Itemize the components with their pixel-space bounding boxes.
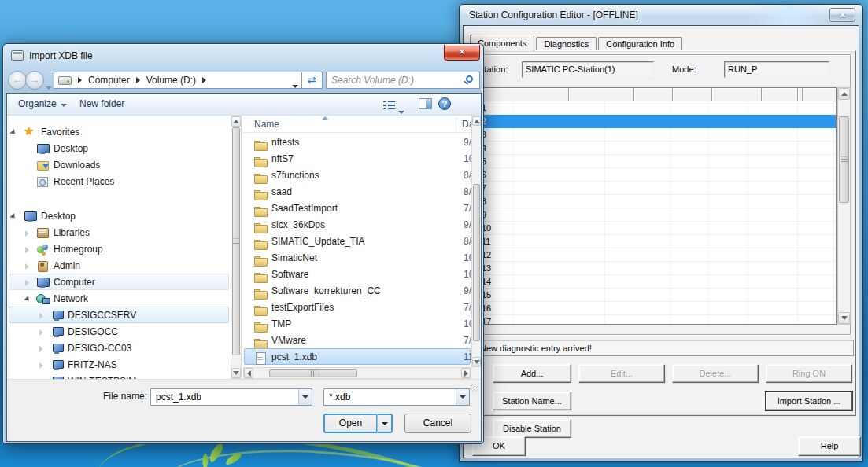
scrollbar-thumb[interactable]: [473, 184, 480, 341]
expander-icon[interactable]: [24, 145, 31, 153]
expander-icon[interactable]: [38, 362, 46, 370]
help-button[interactable]: Help: [798, 436, 861, 456]
cancel-button[interactable]: Cancel: [404, 414, 471, 433]
table-row[interactable]: 7: [477, 182, 836, 195]
scroll-down-button[interactable]: [231, 368, 241, 378]
scroll-right-button[interactable]: [461, 368, 471, 378]
date-column-header[interactable]: Da: [462, 119, 471, 130]
expander-icon[interactable]: [38, 329, 46, 336]
breadcrumb-segment[interactable]: Volume (D:): [130, 75, 196, 86]
help-button[interactable]: ?: [438, 97, 451, 110]
editor-action-button[interactable]: Import Station ...: [766, 392, 852, 410]
expander-icon[interactable]: [38, 312, 46, 320]
change-view-button[interactable]: [383, 99, 405, 110]
organize-button[interactable]: Organize: [18, 98, 67, 109]
sidebar-item[interactable]: Desktop: [9, 208, 229, 224]
combo-dropdown-button[interactable]: [298, 389, 312, 405]
file-row[interactable]: SIMATIC_Update_TIA 8/8: [244, 233, 471, 249]
scroll-left-button[interactable]: [244, 368, 253, 378]
breadcrumb[interactable]: Computer Volume (D:): [54, 72, 302, 89]
expander-icon[interactable]: [24, 246, 31, 254]
table-row[interactable]: 16: [477, 302, 836, 315]
column-header[interactable]: [673, 88, 712, 101]
file-list-vscrollbar[interactable]: [471, 116, 482, 367]
file-row[interactable]: nftests 9/2: [244, 134, 471, 150]
open-split-dropdown[interactable]: [377, 414, 393, 433]
file-row[interactable]: sicx_36kDps 9/5: [244, 216, 471, 233]
expander-icon[interactable]: [9, 129, 17, 137]
sidebar-item[interactable]: FRITZ-NAS: [9, 356, 229, 373]
file-row[interactable]: Software_korrekturen_CC 9/2: [244, 282, 471, 299]
station-value-field[interactable]: SIMATIC PC-Station(1): [522, 61, 654, 78]
scroll-down-button[interactable]: [838, 312, 850, 324]
breadcrumb-segment[interactable]: Computer: [72, 75, 130, 86]
column-header[interactable]: [634, 88, 673, 101]
file-type-combobox[interactable]: *.xdb: [323, 388, 470, 406]
table-row[interactable]: 5: [477, 155, 836, 168]
expander-icon[interactable]: [38, 345, 46, 353]
sidebar-item[interactable]: Desktop: [9, 140, 229, 156]
table-row[interactable]: 9: [477, 208, 836, 222]
expander-icon[interactable]: [24, 230, 31, 237]
expander-icon[interactable]: [24, 263, 31, 270]
table-scrollbar[interactable]: [837, 87, 851, 325]
dialog-titlebar[interactable]: Import XDB file ×: [3, 44, 483, 68]
scrollbar-thumb[interactable]: [232, 127, 240, 355]
name-column-header[interactable]: Name: [254, 119, 279, 130]
forward-button[interactable]: →: [25, 71, 44, 90]
table-row[interactable]: 6: [477, 168, 836, 182]
table-row[interactable]: 14: [477, 275, 836, 289]
file-row[interactable]: SimaticNet 10/: [244, 249, 471, 266]
column-header[interactable]: [712, 88, 762, 101]
file-row[interactable]: TMP 10/: [244, 315, 471, 332]
expander-icon[interactable]: [24, 162, 31, 170]
dialog-close-button[interactable]: ×: [444, 45, 480, 61]
scroll-up-button[interactable]: [838, 88, 850, 100]
file-row[interactable]: saad 8/2: [244, 183, 471, 200]
refresh-button[interactable]: ⇄: [302, 72, 323, 89]
table-row[interactable]: 15: [477, 289, 836, 302]
editor-tab[interactable]: Diagnostics: [536, 37, 597, 51]
table-row[interactable]: 11: [477, 235, 836, 248]
editor-titlebar[interactable]: Station Configuration Editor - [OFFLINE]…: [460, 5, 862, 25]
table-row[interactable]: 3: [477, 128, 836, 142]
table-row[interactable]: 13: [477, 262, 836, 275]
column-divider[interactable]: [456, 117, 456, 131]
sidebar-item[interactable]: Homegroup: [9, 241, 229, 257]
mode-value-field[interactable]: RUN_P: [724, 61, 829, 78]
file-row[interactable]: nftS7 10/: [244, 150, 471, 167]
sidebar-item[interactable]: DESIGOCC: [9, 323, 229, 340]
scroll-up-button[interactable]: [472, 116, 481, 126]
scrollbar-thumb[interactable]: [839, 116, 849, 203]
editor-action-button[interactable]: Add...: [493, 364, 571, 383]
address-dropdown[interactable]: [292, 79, 298, 90]
table-row[interactable]: 17: [477, 315, 836, 325]
file-row[interactable]: testExportFiles 7/3: [244, 299, 471, 315]
table-row[interactable]: 2: [477, 115, 836, 128]
editor-action-button[interactable]: Station Name...: [493, 392, 571, 410]
file-row[interactable]: SaadTestImport 7/2: [244, 200, 471, 216]
sidebar-item[interactable]: Favorites: [9, 123, 229, 140]
scroll-up-button[interactable]: [231, 116, 241, 127]
sidebar-item[interactable]: Downloads: [9, 156, 229, 173]
table-row[interactable]: 1: [477, 101, 836, 115]
editor-tab[interactable]: Configuration Info: [598, 37, 682, 51]
sidebar-item[interactable]: Libraries: [9, 224, 229, 241]
sidebar-item[interactable]: Admin: [9, 257, 229, 274]
column-header[interactable]: [477, 88, 569, 101]
column-header[interactable]: [569, 88, 634, 101]
sidebar-scrollbar[interactable]: [231, 116, 242, 379]
preview-pane-button[interactable]: [419, 98, 432, 109]
scroll-down-button[interactable]: [472, 357, 481, 366]
editor-action-button[interactable]: Delete...: [672, 364, 759, 383]
editor-action-button[interactable]: Ring ON: [766, 364, 852, 383]
expander-icon[interactable]: [9, 213, 17, 221]
expander-icon[interactable]: [24, 296, 31, 303]
resize-grip-icon[interactable]: [471, 384, 478, 392]
sidebar-item[interactable]: DESIGCCSERV: [9, 307, 229, 323]
back-button[interactable]: ←: [8, 71, 27, 90]
column-header[interactable]: [762, 88, 798, 101]
search-icon[interactable]: [466, 75, 473, 83]
sidebar-item[interactable]: Computer: [9, 274, 229, 290]
editor-action-button[interactable]: Edit...: [578, 364, 665, 383]
